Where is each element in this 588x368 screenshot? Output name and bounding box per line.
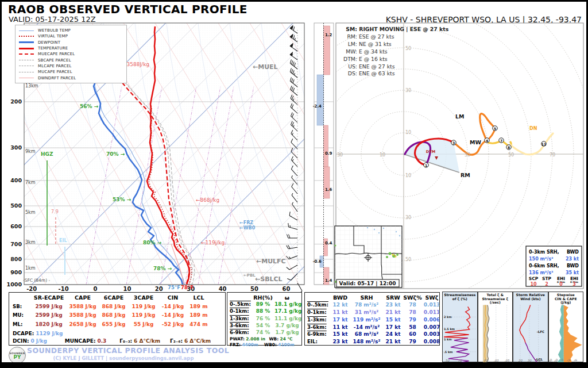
svg-text:0: 0: [94, 286, 98, 292]
sounderpy-logo: SOUNDER PY: [9, 347, 26, 364]
cape3-value-label: ←119j/kg: [201, 240, 225, 246]
table-row-label: 0-1km:: [307, 309, 330, 317]
svg-text:50: 50: [445, 359, 449, 362]
legend-item: WETBULB TEMP: [19, 28, 123, 33]
rh-label-5: 78% →: [153, 266, 172, 271]
table-cell: 21 kt: [383, 309, 403, 317]
table-header: [13, 294, 31, 304]
svg-text:10: 10: [123, 286, 131, 292]
svg-text:-10: -10: [59, 286, 69, 292]
table-cell: 11 kt: [330, 309, 350, 317]
table-cell: 1.7 g/kg: [274, 329, 300, 336]
svg-text:300: 300: [10, 144, 22, 151]
legend-item: DWNDRFT PARCEL: [19, 75, 123, 80]
svg-text:20: 20: [155, 286, 163, 292]
table-cell: 11 kt: [330, 324, 350, 332]
svg-text:.05: .05: [504, 359, 509, 362]
streamwiseness-plot: 2 km 1.5 km 1 km .5 km 50 70: [443, 305, 477, 363]
table-header: 3CAPE: [129, 294, 158, 304]
svg-text:0.9: 0.9: [325, 151, 332, 156]
legend-line-sample: [19, 30, 34, 31]
svg-text:70: 70: [550, 152, 555, 158]
storm-motion-line-text: MW: E @ 34 kts: [339, 48, 448, 56]
svg-text:0: 0: [559, 282, 563, 287]
sfc-temp-label: 78°F: [181, 285, 194, 290]
table-header: CIN: [158, 294, 187, 304]
svg-text:70: 70: [458, 359, 462, 362]
svg-text:600: 600: [10, 223, 22, 229]
legend-item: DEWPOINT: [19, 40, 123, 45]
table-cell: 58: [403, 324, 422, 332]
svg-text:50: 50: [508, 152, 514, 158]
table-cell: 24 kt: [383, 331, 403, 339]
panel-title: Streamwisenessof ζ (%): [443, 292, 477, 305]
svg-text:2k: 2k: [572, 358, 578, 363]
table-header: CAPE: [67, 294, 99, 304]
svg-text:1.6: 1.6: [325, 187, 332, 192]
svg-text:1.4: 1.4: [325, 278, 332, 283]
svg-text:7km: 7km: [25, 180, 36, 185]
table-cell: -14 m²/s²: [350, 324, 383, 332]
svg-text:20: 20: [518, 359, 522, 362]
svg-text:10: 10: [380, 152, 385, 158]
table-cell: 655 J/kg: [99, 321, 129, 331]
svg-text:400: 400: [10, 177, 22, 183]
svg-text:-0.6: -0.6: [313, 259, 322, 264]
table-cell: 55 J/kg: [129, 321, 158, 331]
table-cell: 17 kt: [383, 324, 403, 332]
svg-text:700: 700: [10, 241, 22, 247]
table-cell: 78: [403, 302, 422, 309]
table-cell: 18.1 g/kg: [274, 301, 300, 308]
sfc-label: -SFC (84m) -: [23, 278, 50, 283]
svg-text:1km: 1km: [25, 266, 36, 271]
svg-text:STP: STP: [542, 276, 552, 281]
svg-text:900: 900: [10, 269, 22, 275]
table-cell: 868 J/kg: [99, 304, 129, 313]
table-cell: 119 J/kg: [129, 312, 158, 321]
table-cell: 74 %: [252, 329, 274, 336]
muel-label: ←MUEL: [253, 63, 278, 71]
svg-text:2 km: 2 km: [444, 315, 452, 319]
svg-text:50: 50: [405, 257, 411, 262]
storm-motion-line-text: US: ENE @ 27 kts: [339, 63, 448, 71]
lapse-label: 7.9: [51, 209, 59, 214]
table-header: ω: [274, 294, 300, 301]
legend-line-sample: [19, 66, 34, 66]
svg-text:10: 10: [405, 130, 411, 135]
svg-text:30: 30: [527, 359, 531, 362]
table-row-label: 6-9km:: [230, 329, 252, 336]
svg-text:500: 500: [10, 202, 22, 209]
svg-text:1.2: 1.2: [325, 33, 332, 37]
kinematics-table: BWDSRHSRWSWζ%SWζ0-.5km:12 kt78 m²/s²23 k…: [307, 294, 438, 346]
kinematics-stats-box: BWDSRHSRWSWζ%SWζ0-.5km:12 kt78 m²/s²23 k…: [304, 292, 440, 346]
table-cell: 23 kt: [330, 339, 350, 346]
table-row-label: ML:: [13, 321, 31, 331]
cape6-value-label: ←868j/kg: [196, 197, 219, 203]
table-cell: 119 J/kg: [129, 304, 158, 313]
frz-label: ←FRZ: [239, 220, 253, 225]
table-cell: 54 %: [252, 323, 274, 329]
stepwise-plot: -200 -100 0 1k 2k: [549, 305, 583, 363]
table-cell: 0.013: [422, 302, 442, 309]
svg-text:5: 5: [494, 126, 496, 131]
panel-title: Storm RelativeWind (kts): [513, 292, 548, 305]
rh-label-3: 53% →: [113, 197, 131, 202]
table-cell: 0.007: [422, 324, 442, 332]
storm-motion-line-text: LM: NE @ 31 kts: [339, 41, 448, 48]
svg-text:4: 4: [486, 139, 488, 143]
sblcl-label: ←SBLCL: [255, 275, 283, 283]
table-header: SRH: [350, 294, 383, 302]
table-cell: 3.7 g/kg: [274, 323, 300, 329]
svg-text:2: 2: [545, 282, 548, 287]
svg-text:-20: -20: [26, 286, 37, 292]
table-cell: 3588 J/kg: [67, 304, 99, 313]
svg-text:1: 1: [425, 163, 427, 167]
table-cell: -14 J/kg: [158, 312, 187, 321]
table-header: RH(%): [252, 294, 274, 301]
table-cell: 0.008: [422, 339, 442, 346]
svg-text:3: 3: [452, 141, 455, 145]
legend-item: VIRTUAL TEMP: [19, 33, 123, 39]
table-header: BWD: [330, 294, 350, 302]
eil-label: EIL: [59, 238, 67, 243]
dn-label: DN: [529, 126, 537, 131]
